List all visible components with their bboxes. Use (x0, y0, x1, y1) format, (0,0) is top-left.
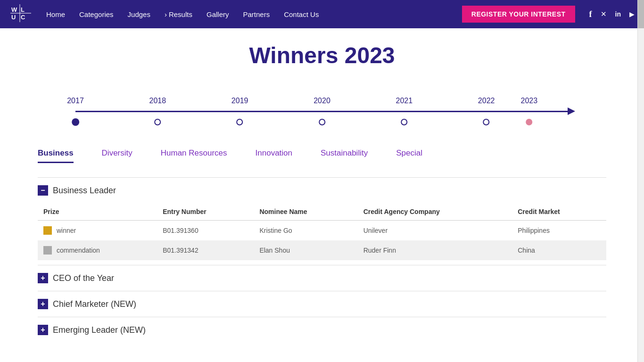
prize-label-commendation: commendation (57, 247, 100, 254)
svg-text:C: C (21, 14, 25, 21)
prize-cell-commendation: commendation (38, 240, 157, 260)
timeline-year-2023[interactable]: 2023 (521, 97, 538, 115)
tab-diversity[interactable]: Diversity (102, 148, 132, 163)
timeline-year-2018[interactable]: 2018 (149, 97, 166, 115)
nominee-name-commendation: Elan Shou (254, 240, 357, 260)
nav-contact[interactable]: Contact Us (284, 10, 319, 18)
nav-partners[interactable]: Partners (243, 10, 270, 18)
table-row: winner B01.391360 Kristine Go Unilever P… (38, 221, 606, 241)
nav-categories[interactable]: Categories (79, 10, 114, 18)
svg-text:L: L (21, 6, 25, 13)
timeline-year-2017[interactable]: 2017 (67, 97, 84, 115)
prize-cell-winner: winner (38, 221, 157, 241)
credit-agency-winner: Unilever (358, 221, 512, 241)
nominee-name-winner: Kristine Go (254, 221, 357, 241)
section-business-leader: − Business Leader Prize Entry Number Nom… (38, 177, 606, 260)
collapse-icon: − (38, 185, 48, 196)
table-row: commendation B01.391342 Elan Shou Ruder … (38, 240, 606, 260)
navbar: W L U C Home Categories Judges › Results… (0, 0, 644, 28)
section-header-chief-marketer[interactable]: + Chief Marketer (NEW) (38, 291, 606, 317)
scrollbar-thumb[interactable] (638, 0, 644, 28)
nav-gallery[interactable]: Gallery (206, 10, 229, 18)
col-credit-market: Credit Market (512, 203, 606, 221)
winners-table: Prize Entry Number Nominee Name Credit A… (38, 203, 606, 260)
social-icons: f ✕ in ▶ (589, 9, 635, 19)
section-ceo: + CEO of the Year (38, 265, 606, 291)
twitter-icon[interactable]: ✕ (601, 10, 607, 18)
nav-results[interactable]: › Results (165, 10, 192, 18)
tab-innovation[interactable]: Innovation (256, 148, 292, 163)
nav-links: Home Categories Judges › Results Gallery… (46, 10, 462, 18)
nav-home[interactable]: Home (46, 10, 65, 18)
timeline-year-2020[interactable]: 2020 (314, 97, 330, 115)
expand-icon-emerging-leader: + (38, 325, 48, 335)
tab-human-resources[interactable]: Human Resources (161, 148, 227, 163)
expand-icon-ceo: + (38, 273, 48, 283)
entry-number-winner: B01.391360 (157, 221, 254, 241)
results-arrow-icon: › (165, 10, 167, 18)
youtube-icon[interactable]: ▶ (629, 10, 635, 18)
timeline-container: 2017 2018 2019 2020 2021 (38, 78, 606, 139)
section-header-emerging-leader[interactable]: + Emerging Leader (NEW) (38, 317, 606, 343)
timeline-year-2019[interactable]: 2019 (231, 97, 248, 115)
scrollbar[interactable] (637, 0, 644, 362)
svg-text:W: W (11, 6, 17, 13)
credit-market-winner: Philippines (512, 221, 606, 241)
section-chief-marketer: + Chief Marketer (NEW) (38, 291, 606, 317)
col-nominee-name: Nominee Name (254, 203, 357, 221)
facebook-icon[interactable]: f (589, 9, 592, 19)
section-emerging-leader: + Emerging Leader (NEW) (38, 317, 606, 343)
col-entry-number: Entry Number (157, 203, 254, 221)
svg-text:U: U (11, 14, 16, 21)
tab-special[interactable]: Special (396, 148, 422, 163)
section-title-emerging-leader: Emerging Leader (NEW) (53, 325, 146, 335)
prize-label-winner: winner (57, 227, 76, 234)
section-title-business-leader: Business Leader (53, 186, 116, 196)
section-header-ceo[interactable]: + CEO of the Year (38, 265, 606, 291)
section-header-business-leader[interactable]: − Business Leader (38, 177, 606, 203)
tab-business[interactable]: Business (38, 148, 74, 163)
table-header-row: Prize Entry Number Nominee Name Credit A… (38, 203, 606, 221)
col-prize: Prize (38, 203, 157, 221)
credit-market-commendation: China (512, 240, 606, 260)
section-title-ceo: CEO of the Year (53, 273, 114, 283)
col-credit-agency: Credit Agency Company (358, 203, 512, 221)
register-button[interactable]: REGISTER YOUR INTEREST (462, 6, 575, 23)
entry-number-commendation: B01.391342 (157, 240, 254, 260)
tab-sustainability[interactable]: Sustainability (321, 148, 368, 163)
main-content: Winners 2023 2017 2018 2019 (0, 28, 644, 343)
credit-agency-commendation: Ruder Finn (358, 240, 512, 260)
page-title: Winners 2023 (38, 28, 606, 78)
linkedin-icon[interactable]: in (615, 10, 621, 18)
timeline-year-2021[interactable]: 2021 (396, 97, 413, 115)
section-title-chief-marketer: Chief Marketer (NEW) (53, 299, 136, 309)
nav-judges[interactable]: Judges (128, 10, 150, 18)
logo-icon: W L U C (9, 3, 32, 23)
expand-icon-chief-marketer: + (38, 299, 48, 309)
silver-badge (43, 246, 52, 255)
logo[interactable]: W L U C (9, 3, 32, 25)
category-tabs: Business Diversity Human Resources Innov… (38, 139, 606, 163)
timeline-year-2022[interactable]: 2022 (478, 97, 495, 115)
gold-badge (43, 226, 52, 235)
